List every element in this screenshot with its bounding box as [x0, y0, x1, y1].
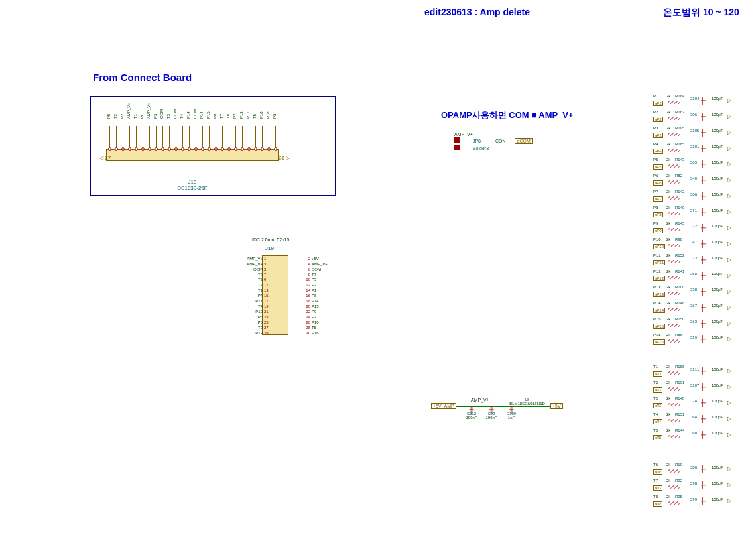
decoupling-cap: ╫C1091uF [504, 408, 519, 420]
conn-pin-label: P15 [206, 111, 210, 119]
conn-pin-label: P3 [273, 114, 277, 119]
conn-pin [155, 147, 158, 151]
conn-pin-label: P2 [120, 114, 124, 119]
rc-filter-row: T7aT72kR22∿∿∿C98╫100pF▷ [653, 479, 739, 495]
conn-pin [128, 147, 131, 151]
rc-filter-row: T5aT52kR144∿∿∿C60╫100pF▷ [653, 428, 739, 444]
rc-filter-row: P4aP42kR165∿∿∿C101╫100pF▷ [653, 142, 739, 158]
conn-pin-label: P7 [233, 114, 237, 119]
rc-filter-row: P13aP132kR100∿∿∿C38╫100pF▷ [653, 285, 739, 301]
idc-row: T878T7 [244, 273, 330, 278]
jumper-block: AMP_V+ JP8 CON aCOM Solder3 [454, 131, 533, 151]
idc-row: T21112P2 [244, 283, 330, 288]
conn-pin-label: P11 [246, 111, 250, 119]
conn-pin-label: P10 [259, 111, 263, 119]
idc-row: COM56COM [244, 267, 330, 273]
rc-filter-row: P1aP12kR184∿∿∿C104╫100pF▷ [653, 94, 739, 110]
idc-title: IDC 2.0mm 02x15 [252, 237, 289, 242]
rc-filter-row: T1aT12kR188∿∿∿C111╫100pF▷ [653, 365, 739, 381]
conn-pin [261, 147, 264, 151]
idc-row: P62324P7 [244, 315, 330, 320]
conn-pin-label: T8 [226, 114, 230, 119]
idc-row: P122122P9 [244, 310, 330, 315]
connector-ref: J13 DS1038-26F [166, 179, 219, 191]
idc-row: AMP_V+12+5V [244, 257, 330, 262]
conn-pin-label: T5 [253, 114, 257, 119]
rc-filter-row: P7aP72kR142∿∿∿C66╫100pF▷ [653, 190, 739, 206]
conn-pin [274, 147, 277, 151]
conn-pin [181, 147, 184, 151]
rc-filter-row: T4aT42kR151∿∿∿C64╫100pF▷ [653, 412, 739, 428]
idc-row: P132930P16 [244, 331, 330, 336]
rc-filter-row: P2aP22kR167∿∿∿C96╫100pF▷ [653, 110, 739, 126]
conn-pin [234, 147, 237, 151]
idc-row: T32728T5 [244, 326, 330, 331]
conn-pin-label: P16 [266, 111, 270, 119]
conn-pin [254, 147, 257, 151]
rc-filter-row: P10aP102kR98∿∿∿C47╫100pF▷ [653, 237, 739, 253]
rc-filter-row: T6aT62kR19∿∿∿C86╫100pF▷ [653, 463, 739, 479]
conn-pin [108, 147, 111, 151]
conn-pin [194, 147, 198, 151]
rc-filter-row: P11aP112kR152∿∿∿C73╫100pF▷ [653, 253, 739, 269]
conn-pin-label: COM [193, 109, 197, 119]
idc-row: P52526P10 [244, 320, 330, 326]
conn-right-arrow: 28 ▷ [279, 155, 290, 161]
idc-row: T11314P1 [244, 288, 330, 294]
conn-pin [168, 147, 171, 151]
conn-pin-label: AMP_V+ [127, 103, 131, 119]
conn-pin [208, 147, 211, 151]
conn-pin-label: T2 [113, 114, 117, 119]
conn-pin-label: COM [160, 109, 164, 119]
rc-filter-row: P14aP142kR146∿∿∿C67╫100pF▷ [653, 301, 739, 317]
conn-pin [214, 147, 218, 151]
idc-row: AMP_V+34AMP_V+ [244, 262, 330, 267]
header-center: edit230613 : Amp delete [424, 7, 530, 17]
conn-pin-label: P5 [107, 114, 111, 119]
conn-pin [241, 147, 244, 151]
decoupling-cap: ╫C112100nF [464, 408, 479, 420]
conn-pin [148, 147, 151, 151]
opamp-note: OPAMP사용하면 COM ■ AMP_V+ [441, 109, 574, 121]
idc-row: P41516P8 [244, 294, 330, 299]
rc-filter-row: T2aT22kR191∿∿∿C107╫100pF▷ [653, 381, 739, 396]
conn-pin-label: T7 [220, 114, 223, 119]
conn-pin-label: P14 [200, 111, 204, 119]
conn-pin [267, 147, 271, 151]
conn-pin [247, 147, 251, 151]
conn-pin-label: T4 [180, 114, 184, 119]
conn-pin [115, 147, 118, 151]
conn-pin [121, 147, 125, 151]
conn-pin-label: P13 [239, 111, 243, 119]
rc-filter-row: P9aP92kR145∿∿∿C72╫100pF▷ [653, 221, 739, 237]
conn-pin [161, 147, 164, 151]
idc-row: T6910P3 [244, 278, 330, 283]
conn-pin-label: P3 [153, 114, 157, 119]
rc-filter-row: P8aP82kR140∿∿∿C71╫100pF▷ [653, 206, 739, 221]
rc-filter-row: P15aP152kR150∿∿∿C63╫100pF▷ [653, 317, 739, 333]
conn-pin [221, 147, 224, 151]
rc-filter-row: P12aP122kR141∿∿∿C68╫100pF▷ [653, 269, 739, 285]
conn-pin-label: T3 [166, 114, 170, 119]
decoupling-cap: ╫C93100nF [484, 408, 499, 420]
rc-filter-row: T8aT82kR25∿∿∿C99╫100pF▷ [653, 495, 739, 511]
conn-pin [201, 147, 204, 151]
section-title: From Connect Board [93, 72, 192, 83]
conn-pin [174, 147, 178, 151]
conn-pin [227, 147, 231, 151]
idc-row: P111718P14 [244, 299, 330, 304]
conn-pin-label: AMP_V+ [147, 103, 151, 119]
idc-row: T41920P15 [244, 304, 330, 310]
conn-pin-label: COM [173, 109, 177, 119]
conn-pin-label: PL [140, 114, 144, 119]
conn-pin [135, 147, 138, 151]
rc-filter-row: P16aP162kR86∿∿∿C39╫100pF▷ [653, 333, 739, 349]
rc-filter-row: P6aP62kR82∿∿∿C40╫100pF▷ [653, 174, 739, 190]
rc-filter-row: P3aP32kR195∿∿∿C105╫100pF▷ [653, 126, 739, 142]
conn-pin-label: P14 [186, 111, 190, 119]
conn-pin [141, 147, 145, 151]
conn-pin-label: T1 [133, 114, 137, 119]
conn-pin-label: P8 [213, 114, 217, 119]
rc-filter-row: P5aP52kR143∿∿∿C65╫100pF▷ [653, 158, 739, 174]
conn-pin [188, 147, 191, 151]
